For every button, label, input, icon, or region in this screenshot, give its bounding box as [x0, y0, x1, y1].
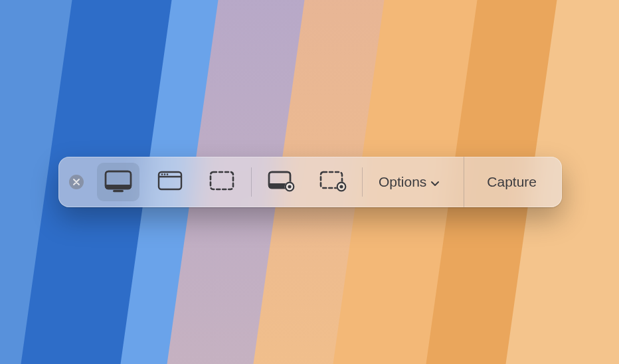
capture-selection-button[interactable]	[201, 163, 243, 201]
close-button[interactable]	[69, 175, 84, 189]
svg-point-8	[167, 173, 169, 175]
separator	[362, 167, 363, 197]
chevron-down-icon	[430, 174, 440, 190]
capture-button[interactable]: Capture	[464, 157, 559, 207]
svg-point-7	[164, 173, 166, 175]
window-icon	[155, 169, 185, 195]
close-icon	[73, 176, 80, 188]
record-entire-screen-button[interactable]	[260, 163, 302, 201]
record-selection-icon	[318, 169, 347, 195]
screenshot-toolbar: Options Capture	[58, 157, 562, 207]
svg-point-6	[161, 173, 163, 175]
options-dropdown[interactable]: Options	[367, 157, 452, 207]
record-mode-group	[256, 163, 358, 201]
selection-icon	[207, 169, 236, 195]
svg-rect-9	[211, 172, 233, 189]
svg-point-19	[339, 185, 343, 188]
capture-label: Capture	[487, 174, 537, 190]
capture-entire-screen-button[interactable]	[97, 163, 139, 201]
record-screen-icon	[266, 169, 296, 195]
svg-rect-3	[113, 190, 124, 192]
capture-mode-group	[93, 163, 247, 201]
entire-screen-icon	[104, 169, 133, 195]
svg-point-15	[288, 185, 291, 188]
options-label: Options	[379, 174, 426, 190]
capture-window-button[interactable]	[149, 163, 191, 201]
record-selection-button[interactable]	[311, 163, 354, 201]
separator	[251, 167, 252, 197]
